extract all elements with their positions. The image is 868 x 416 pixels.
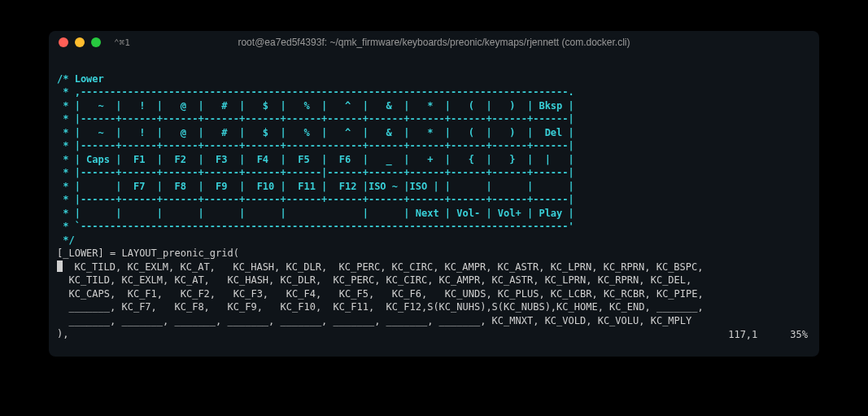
comment-line: * | Caps | F1 | F2 | F3 | F4 | F5 | F6 |… [57,154,574,165]
titlebar-shortcut: ⌃⌘1 [114,37,130,48]
maximize-icon[interactable] [91,37,101,47]
code-line: KC_TILD, KC_EXLM, KC_AT, KC_HASH, KC_DLR… [63,261,703,273]
terminal-content[interactable]: /* Lower * ,----------------------------… [49,54,819,357]
comment-line: * `-------------------------------------… [57,221,574,232]
scroll-percent: 35% [790,329,808,340]
comment-line: * |------+------+------+------+------+--… [57,140,574,151]
code-line: ), [57,328,68,339]
comment-line: * | ~ | ! | @ | # | $ | % | ^ | & | * | … [57,127,574,138]
traffic-lights [59,37,101,47]
comment-line: * | | F7 | F8 | F9 | F10 | F11 | F12 |IS… [57,181,574,192]
comment-line: */ [57,234,75,246]
comment-line: /* Lower [57,73,104,85]
vim-statusbar: 117,135% [661,315,808,356]
comment-line: * ,-------------------------------------… [57,86,574,98]
titlebar: ⌃⌘1 root@ea7ed5f4393f: ~/qmk_firmware/ke… [49,31,819,54]
terminal-window: ⌃⌘1 root@ea7ed5f4393f: ~/qmk_firmware/ke… [49,31,819,357]
comment-line: * | ~ | ! | @ | # | $ | % | ^ | & | * | … [57,100,574,112]
comment-line: * |------+------+------+------+------+--… [57,167,574,178]
comment-line: * |------+------+------+------+------+--… [57,113,574,125]
code-line: KC_TILD, KC_EXLM, KC_AT, KC_HASH, KC_DLR… [57,274,691,286]
code-line: KC_CAPS, KC_F1, KC_F2, KC_F3, KC_F4, KC_… [57,288,704,300]
minimize-icon[interactable] [75,37,85,47]
titlebar-title: root@ea7ed5f4393f: ~/qmk_firmware/keyboa… [49,37,819,48]
code-line: [_LOWER] = LAYOUT_preonic_grid( [57,247,239,259]
cursor-position: 117,1 [728,329,757,340]
comment-line: * |------+------+------+------+------+--… [57,194,574,205]
comment-line: * | | | | | | | | Next | Vol- | Vol+ | P… [57,208,574,219]
cursor [57,261,63,272]
close-icon[interactable] [59,37,68,47]
code-line: _______, _______, _______, _______, ____… [57,315,691,326]
code-line: _______, KC_F7, KC_F8, KC_F9, KC_F10, KC… [57,301,704,313]
